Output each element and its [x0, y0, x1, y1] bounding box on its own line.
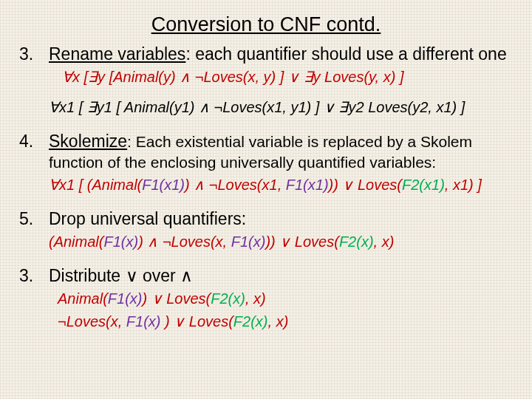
- f-f2: F2(x1): [402, 177, 445, 193]
- f-mid: ) ∨ Loves(: [161, 313, 233, 330]
- formula-dist-2: ¬Loves(x, F1(x) ) ∨ Loves(F2(x), x): [58, 312, 516, 332]
- f-pre: ¬Loves(x,: [58, 313, 126, 330]
- f-f1: F1(x): [103, 233, 138, 250]
- step-body: :: [242, 209, 246, 228]
- f-mid1: ) ∧ ¬Loves(x,: [138, 233, 231, 250]
- step-head: Distribute ∨ over ∧: [49, 266, 193, 285]
- f-mid2: )) ∨ Loves(: [329, 177, 402, 193]
- f-pre: ∀x1 [ (Animal(: [49, 177, 142, 193]
- f-f1: F1(x): [108, 290, 143, 307]
- f-mid: ) ∨ Loves(: [142, 290, 211, 307]
- step-distribute: Distribute ∨ over ∧ Animal(F1(x)) ∨ Love…: [49, 265, 516, 332]
- f-f1b: F1(x1): [286, 177, 329, 193]
- f-post: , x1) ]: [445, 177, 482, 193]
- f-post: , x): [374, 233, 395, 250]
- formula-skolem: ∀x1 [ (Animal(F1(x1)) ∧ ¬Loves(x1, F1(x1…: [49, 175, 516, 195]
- f-f2: F2(x): [233, 313, 268, 330]
- f-pre: Animal(: [58, 290, 108, 307]
- f-f2: F2(x): [339, 233, 374, 250]
- slide-title: Conversion to CNF contd.: [16, 13, 516, 36]
- f-f1b: F1(x): [231, 233, 266, 250]
- f-mid1: ) ∧ ¬Loves(x1,: [185, 177, 286, 193]
- f-post: , x): [268, 313, 289, 330]
- f-post: , x): [245, 290, 266, 307]
- step-drop-universals: Drop universal quantifiers: (Animal(F1(x…: [49, 208, 516, 252]
- f-f1: F1(x1): [142, 177, 185, 193]
- step-list: Rename variables: each quantifier should…: [16, 44, 516, 332]
- step-head: Rename variables: [49, 44, 185, 64]
- step-skolemize: Skolemize: Each existential variable is …: [49, 131, 516, 195]
- formula-rename-a: ∀x [∃y [Animal(y) ∧ ¬Loves(x, y) ] ∨ ∃y …: [62, 67, 516, 87]
- step-head: Skolemize: [49, 132, 127, 151]
- f-f2: F2(x): [211, 290, 245, 307]
- formula-rename-b: ∀x1 [ ∃y1 [ Animal(y1) ∧ ¬Loves(x1, y1) …: [49, 98, 516, 117]
- f-pre: (Animal(: [49, 233, 103, 250]
- step-rename: Rename variables: each quantifier should…: [49, 44, 516, 117]
- step-body: : each quantifier should use a different…: [185, 44, 506, 64]
- f-mid2: )) ∨ Loves(: [265, 233, 338, 250]
- formula-dist-1: Animal(F1(x)) ∨ Loves(F2(x), x): [58, 289, 516, 309]
- formula-drop: (Animal(F1(x)) ∧ ¬Loves(x, F1(x))) ∨ Lov…: [49, 232, 516, 252]
- f-f1: F1(x): [126, 313, 161, 330]
- step-head: Drop universal quantifiers: [49, 209, 242, 228]
